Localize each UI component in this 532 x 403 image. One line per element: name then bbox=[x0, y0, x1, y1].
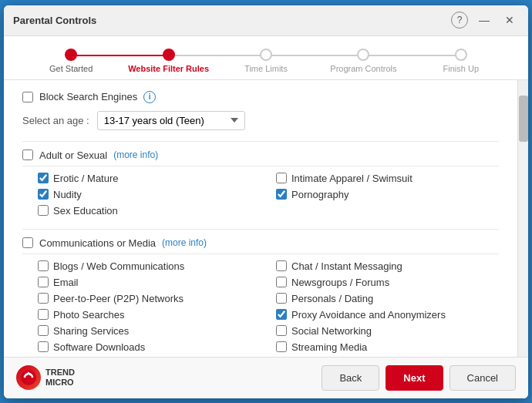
chat-instant-checkbox[interactable] bbox=[276, 260, 287, 271]
step-circle-time-limits bbox=[260, 49, 272, 61]
software-downloads-label[interactable]: Software Downloads bbox=[53, 341, 145, 353]
social-networking-label[interactable]: Social Networking bbox=[291, 325, 372, 337]
streaming-media-checkbox[interactable] bbox=[276, 341, 287, 352]
trend-micro-logo-text: TREND MICRO bbox=[45, 368, 75, 388]
step-time-limits: Time Limits bbox=[217, 49, 315, 73]
sharing-services-item: Sharing Services bbox=[38, 325, 261, 337]
content-area: Get Started Website Filter Rules Time Li… bbox=[4, 36, 528, 398]
step-get-started: Get Started bbox=[22, 49, 120, 73]
steps-container: Get Started Website Filter Rules Time Li… bbox=[4, 36, 528, 80]
block-search-info-icon[interactable]: i bbox=[143, 91, 156, 103]
step-label-program-controls: Program Controls bbox=[330, 64, 396, 73]
minimize-button[interactable]: — bbox=[474, 12, 494, 28]
streaming-media-label[interactable]: Streaming Media bbox=[291, 341, 367, 353]
communications-media-title: Communications or Media bbox=[39, 237, 156, 249]
communications-media-header: Communications or Media (more info) bbox=[22, 237, 499, 254]
nudity-label[interactable]: Nudity bbox=[53, 189, 82, 200]
sex-education-item: Sex Education bbox=[38, 205, 261, 217]
newsgroups-forums-checkbox[interactable] bbox=[276, 277, 287, 287]
photo-searches-checkbox[interactable] bbox=[38, 309, 49, 320]
adult-sexual-title: Adult or Sexual bbox=[39, 149, 107, 161]
erotic-mature-label[interactable]: Erotic / Mature bbox=[53, 173, 119, 184]
help-button[interactable]: ? bbox=[451, 12, 468, 29]
pornography-checkbox[interactable] bbox=[276, 189, 287, 200]
erotic-mature-item: Erotic / Mature bbox=[38, 173, 261, 184]
scrollbar-thumb[interactable] bbox=[519, 96, 528, 142]
erotic-mature-checkbox[interactable] bbox=[38, 173, 49, 183]
step-circle-finish-up bbox=[455, 49, 467, 61]
personals-dating-label[interactable]: Personals / Dating bbox=[291, 293, 373, 304]
block-search-engines-checkbox[interactable] bbox=[22, 92, 33, 102]
back-button[interactable]: Back bbox=[322, 365, 379, 391]
step-label-website-filter: Website Filter Rules bbox=[128, 64, 209, 73]
streaming-media-item: Streaming Media bbox=[276, 341, 499, 353]
chat-instant-item: Chat / Instant Messaging bbox=[276, 260, 499, 272]
pornography-label[interactable]: Pornography bbox=[291, 189, 348, 200]
photo-searches-item: Photo Searches bbox=[38, 309, 261, 321]
step-label-finish-up: Finish Up bbox=[443, 64, 479, 73]
cancel-button[interactable]: Cancel bbox=[450, 365, 516, 391]
proxy-avoidance-label[interactable]: Proxy Avoidance and Anonymizers bbox=[291, 309, 446, 321]
adult-sexual-section-checkbox[interactable] bbox=[22, 149, 33, 160]
communications-media-more-info[interactable]: (more info) bbox=[162, 237, 207, 248]
parental-controls-window: Parental Controls ? — ✕ Get Started bbox=[4, 5, 528, 398]
email-checkbox[interactable] bbox=[38, 277, 49, 287]
nudity-item: Nudity bbox=[38, 189, 261, 200]
nudity-checkbox[interactable] bbox=[38, 189, 49, 200]
age-select-dropdown[interactable]: Under 7 years old (Toddler) 7-12 years o… bbox=[97, 111, 245, 130]
personals-dating-item: Personals / Dating bbox=[276, 293, 499, 304]
sex-education-label[interactable]: Sex Education bbox=[53, 205, 118, 217]
p2p-networks-item: Peer-to-Peer (P2P) Networks bbox=[38, 293, 261, 304]
close-button[interactable]: ✕ bbox=[500, 12, 519, 28]
communications-media-section-checkbox[interactable] bbox=[22, 237, 33, 248]
step-label-time-limits: Time Limits bbox=[244, 64, 288, 73]
next-button[interactable]: Next bbox=[386, 365, 443, 391]
communications-media-items: Blogs / Web Communications Chat / Instan… bbox=[22, 260, 499, 353]
step-website-filter: Website Filter Rules bbox=[120, 49, 217, 73]
communications-media-section-label: Communications or Media bbox=[39, 237, 156, 249]
chat-instant-label[interactable]: Chat / Instant Messaging bbox=[291, 260, 402, 272]
logo-line2: MICRO bbox=[45, 378, 75, 388]
adult-sexual-header: Adult or Sexual (more info) bbox=[22, 149, 499, 166]
logo-line1: TREND bbox=[45, 368, 75, 378]
adult-sexual-more-info[interactable]: (more info) bbox=[113, 149, 158, 160]
trend-micro-logo-svg bbox=[20, 369, 37, 386]
blogs-web-item: Blogs / Web Communications bbox=[38, 260, 261, 272]
footer: TREND MICRO Back Next Cancel bbox=[4, 357, 528, 398]
adult-sexual-items: Erotic / Mature Intimate Apparel / Swims… bbox=[22, 173, 499, 217]
adult-sexual-section-label: Adult or Sexual bbox=[39, 149, 107, 161]
step-label-get-started: Get Started bbox=[49, 64, 93, 73]
blogs-web-checkbox[interactable] bbox=[38, 260, 49, 271]
footer-buttons: Back Next Cancel bbox=[322, 365, 516, 391]
photo-searches-label[interactable]: Photo Searches bbox=[53, 309, 125, 321]
titlebar-controls: ? — ✕ bbox=[451, 12, 519, 29]
pornography-item: Pornography bbox=[276, 189, 499, 200]
main-content: Get Started Website Filter Rules Time Li… bbox=[4, 36, 528, 398]
sharing-services-label[interactable]: Sharing Services bbox=[53, 325, 129, 337]
personals-dating-checkbox[interactable] bbox=[276, 293, 287, 304]
divider-1 bbox=[22, 141, 499, 142]
email-label[interactable]: Email bbox=[53, 277, 79, 288]
window-title: Parental Controls bbox=[13, 15, 96, 26]
divider-2 bbox=[22, 229, 499, 230]
newsgroups-forums-item: Newsgroups / Forums bbox=[276, 277, 499, 288]
sharing-services-checkbox[interactable] bbox=[38, 325, 49, 336]
step-finish-up: Finish Up bbox=[412, 49, 510, 73]
titlebar: Parental Controls ? — ✕ bbox=[4, 5, 528, 36]
sex-education-checkbox[interactable] bbox=[38, 205, 49, 216]
scrollbar-track[interactable] bbox=[517, 80, 528, 357]
step-circle-program-controls bbox=[357, 49, 369, 61]
proxy-avoidance-item: Proxy Avoidance and Anonymizers bbox=[276, 309, 499, 321]
blogs-web-label[interactable]: Blogs / Web Communications bbox=[53, 260, 184, 272]
block-search-engines-label[interactable]: Block Search Engines bbox=[39, 91, 137, 102]
p2p-networks-checkbox[interactable] bbox=[38, 293, 49, 304]
social-networking-checkbox[interactable] bbox=[276, 325, 287, 336]
proxy-avoidance-checkbox[interactable] bbox=[276, 309, 287, 320]
intimate-apparel-label[interactable]: Intimate Apparel / Swimsuit bbox=[291, 173, 412, 184]
scrollable-body: Block Search Engines i Select an age : U… bbox=[4, 80, 517, 357]
intimate-apparel-item: Intimate Apparel / Swimsuit bbox=[276, 173, 499, 184]
intimate-apparel-checkbox[interactable] bbox=[276, 173, 287, 183]
newsgroups-forums-label[interactable]: Newsgroups / Forums bbox=[291, 277, 389, 288]
software-downloads-checkbox[interactable] bbox=[38, 341, 49, 352]
p2p-networks-label[interactable]: Peer-to-Peer (P2P) Networks bbox=[53, 293, 184, 304]
